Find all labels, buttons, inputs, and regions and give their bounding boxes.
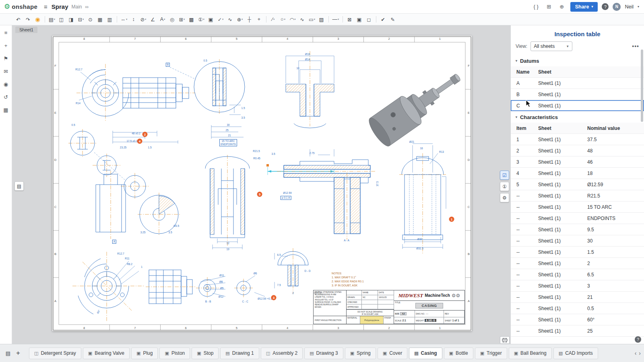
characteristic-row[interactable]: 3 Sheet1 (1) 46 xyxy=(511,156,644,168)
auxiliary-view-icon[interactable]: ◨ xyxy=(67,15,76,24)
characteristic-row[interactable]: 4 Sheet1 (1) 18 xyxy=(511,168,644,179)
inspection-balloon[interactable]: 4 xyxy=(137,139,142,144)
characteristic-row[interactable]: -- Sheet1 (1) 15 TO ARC xyxy=(511,202,644,213)
inspection-balloon[interactable]: 1 xyxy=(449,217,454,222)
tab-cad-imports[interactable]: ▧CAD Imports xyxy=(553,348,598,359)
panel-scrollbar[interactable] xyxy=(641,37,643,339)
B[interactable]: B Sheet1 (1) xyxy=(511,89,644,100)
characteristic-row[interactable]: -- Sheet1 (1) 21 xyxy=(511,292,644,303)
help-float-icon[interactable]: ? xyxy=(635,336,641,343)
chamfer-dimension-icon[interactable]: ∠ xyxy=(149,15,157,24)
inspection-check-icon[interactable]: ✔ xyxy=(379,15,388,24)
characteristic-row[interactable]: 5 Sheet1 (1) Ø12.59 xyxy=(511,179,644,190)
apps-icon[interactable]: ⊞ xyxy=(545,4,553,10)
circle-tool-icon[interactable]: ○▾ xyxy=(279,15,287,24)
hatch-icon[interactable]: ▨ xyxy=(317,15,326,24)
tab-manager-icon[interactable]: ▤ xyxy=(3,348,13,358)
balloon-icon[interactable]: ①▾ xyxy=(197,15,206,24)
auto-balloon-icon[interactable]: ◉ xyxy=(33,15,42,24)
help-icon[interactable]: ? xyxy=(602,3,609,10)
tab-scroll-right-icon[interactable]: › xyxy=(639,350,641,356)
line-style-icon[interactable]: —▾ xyxy=(331,15,340,24)
weld-symbol-icon[interactable]: ∿ xyxy=(226,15,235,24)
characteristic-row[interactable]: -- Sheet1 (1) 30 xyxy=(511,235,644,247)
share-caret-icon[interactable]: ▾ xyxy=(591,5,593,8)
tab-spring[interactable]: ▣Spring xyxy=(345,348,376,359)
history-icon[interactable]: ↺ xyxy=(2,93,10,101)
toolbar-separator[interactable] xyxy=(266,16,266,23)
tab-ball-bearing[interactable]: ▣Ball Bearing xyxy=(509,348,552,359)
crop-view-icon[interactable]: ▦ xyxy=(96,15,105,24)
redo-icon[interactable]: ↷ xyxy=(24,15,33,24)
eraser-icon[interactable]: ◻ xyxy=(365,15,374,24)
inspection-balloon[interactable]: 2 xyxy=(142,132,148,137)
toolbar-separator[interactable] xyxy=(376,16,376,23)
tables-panel-icon[interactable]: ▦ xyxy=(2,106,10,114)
tab-casing[interactable]: ▤Casing xyxy=(409,348,442,359)
surface-finish-icon[interactable]: ✓▾ xyxy=(216,15,225,24)
inspection-select-tool[interactable]: ☑ xyxy=(500,171,509,180)
datum-icon[interactable]: ▣ xyxy=(206,15,215,24)
characteristics-section-header[interactable]: ▼Characteristics xyxy=(511,111,644,123)
inspection-pen-icon[interactable]: ✎ xyxy=(388,15,397,24)
tab-piston[interactable]: ▣Piston xyxy=(159,348,190,359)
characteristic-row[interactable]: -- Sheet1 (1) 2 xyxy=(511,258,644,269)
user-menu-caret-icon[interactable]: ▾ xyxy=(638,5,639,8)
tab-plug[interactable]: ▣Plug xyxy=(131,348,158,359)
detail-view-icon[interactable]: ⊙ xyxy=(86,15,95,24)
tab-assembly-2[interactable]: ◫Assembly 2 xyxy=(261,348,303,359)
undo-icon[interactable]: ↶ xyxy=(14,15,23,24)
characteristic-row[interactable]: -- Sheet1 (1) 0.5 xyxy=(511,303,644,314)
panel-menu-icon[interactable]: ••• xyxy=(632,43,639,49)
C[interactable]: C Sheet1 (1) xyxy=(511,100,644,111)
sheet-tab[interactable]: Sheet1 xyxy=(15,27,37,33)
tab-bearing-valve[interactable]: ▣Bearing Valve xyxy=(83,348,130,359)
characteristic-row[interactable]: -- Sheet1 (1) 3 xyxy=(511,280,644,292)
link-icon[interactable]: ∞ xyxy=(85,4,89,10)
view-select[interactable]: All sheets▼ xyxy=(530,41,572,51)
main-menu-icon[interactable]: ≡ xyxy=(44,3,47,10)
print-icon[interactable] xyxy=(500,336,510,344)
feature-script-icon[interactable]: { } xyxy=(532,4,541,10)
characteristic-row[interactable]: -- Sheet1 (1) 9.5 xyxy=(511,224,644,235)
datums-section-header[interactable]: ▼Datums xyxy=(511,55,644,66)
inspection-balloon-tool[interactable]: ① xyxy=(500,182,509,191)
geometric-tolerance-icon[interactable]: ⊕▾ xyxy=(235,15,244,24)
spline-tool-icon[interactable]: ∿ xyxy=(298,15,307,24)
dimension-icon[interactable]: ↔▾ xyxy=(120,15,128,24)
characteristic-row[interactable]: -- Sheet1 (1) 25 xyxy=(511,325,644,337)
sheet-list-flyout-button[interactable]: ▤ xyxy=(14,181,24,191)
display-options-icon[interactable]: ◉ xyxy=(2,80,10,88)
tab-scroll-left-icon[interactable]: ‹ xyxy=(635,350,637,356)
insert-view-icon[interactable]: ▤▾ xyxy=(47,15,56,24)
section-view-icon[interactable]: ⊟▾ xyxy=(76,15,85,24)
note-icon[interactable]: A▾ xyxy=(158,15,167,24)
characteristic-row[interactable]: -- Sheet1 (1) R21.5 xyxy=(511,190,644,202)
tab-detergent-spray[interactable]: ◫Detergent Spray xyxy=(29,348,81,359)
rectangle-tool-icon[interactable]: ▭▾ xyxy=(308,15,316,24)
break-view-icon[interactable]: ▥ xyxy=(105,15,114,24)
avatar[interactable]: N xyxy=(613,3,621,11)
tab-trigger[interactable]: ▣Trigger xyxy=(475,348,507,359)
A[interactable]: A Sheet1 (1) xyxy=(511,78,644,89)
learning-center-icon[interactable]: ⊕ xyxy=(557,4,566,10)
toolbar-separator[interactable] xyxy=(328,16,329,23)
characteristic-row[interactable]: -- Sheet1 (1) 6.5 xyxy=(511,269,644,280)
characteristic-row[interactable]: -- Sheet1 (1) 1.5 xyxy=(511,247,644,258)
comments-panel-icon[interactable]: ✉ xyxy=(2,67,10,75)
toolbar-separator[interactable] xyxy=(343,16,343,23)
characteristic-row[interactable]: 1 Sheet1 (1) 37.5 xyxy=(511,134,644,145)
add-tab-button[interactable]: + xyxy=(13,348,23,358)
selected-dimension-grip[interactable] xyxy=(266,164,269,167)
line-tool-icon[interactable]: ∕▾ xyxy=(269,15,278,24)
inspection-balloon[interactable]: 5 xyxy=(257,192,262,197)
tab-cover[interactable]: ▣Cover xyxy=(378,348,407,359)
diameter-dimension-icon[interactable]: ⊘▾ xyxy=(139,15,148,24)
style-panel-icon[interactable]: ⚑ xyxy=(2,54,10,62)
characteristic-row[interactable]: -- Sheet1 (1) 60° xyxy=(511,314,644,325)
table-icon[interactable]: ⊞▾ xyxy=(178,15,186,24)
create-view-icon[interactable]: + xyxy=(2,41,10,49)
ordinate-dimension-icon[interactable]: ↕ xyxy=(129,15,138,24)
share-button[interactable]: Share▾ xyxy=(570,2,598,12)
hole-table-icon[interactable]: ▩ xyxy=(187,15,196,24)
